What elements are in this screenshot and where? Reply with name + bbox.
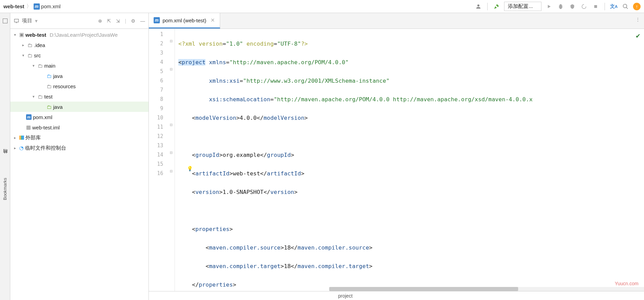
tree-label: .idea xyxy=(34,42,45,48)
maven-file-icon: m xyxy=(34,3,40,10)
editor: m pom.xml (web-test) ✕ ⋮ 1234 5678 91011… xyxy=(149,13,644,300)
intention-bulb-icon[interactable]: 💡 xyxy=(187,164,193,173)
folder-icon: 🗀 xyxy=(27,42,33,48)
iml-file-icon: ▦ xyxy=(26,124,31,130)
rail-bookmarks-tab[interactable]: Bookmarks xyxy=(2,178,8,200)
tree-label: java xyxy=(53,73,63,79)
tree-label: test xyxy=(44,94,52,100)
chevron-down-icon: ▾ xyxy=(12,33,18,37)
fold-close-icon[interactable]: ⊟ xyxy=(170,151,172,154)
tree-label: main xyxy=(44,63,56,69)
chevron-right-icon: ▸ xyxy=(12,136,18,140)
tree-java[interactable]: 🗀 java xyxy=(10,71,148,81)
tab-pom[interactable]: m pom.xml (web-test) ✕ xyxy=(149,13,220,28)
project-sidebar: 项目 ▾ ⊕ ⇱ ⇲ | ⚙ — ▾ ▣ web-test D:\JavaLea xyxy=(10,13,149,300)
run-icon[interactable] xyxy=(545,2,553,11)
collapse-icon[interactable]: ⇲ xyxy=(116,18,120,24)
fold-open-icon[interactable]: ⊟ xyxy=(170,39,172,43)
svg-rect-0 xyxy=(594,5,597,8)
fold-close-icon[interactable]: ⊟ xyxy=(170,169,172,173)
gutter: 1234 5678 9101112 13141516 xyxy=(149,29,169,291)
chevron-right-icon: ▸ xyxy=(21,43,26,47)
tree-pom[interactable]: m pom.xml xyxy=(10,112,148,122)
project-tree[interactable]: ▾ ▣ web-test D:\JavaLearn\Project\JavaWe… xyxy=(10,29,148,300)
sidebar-title-label: 项目 xyxy=(22,18,32,24)
tree-test[interactable]: ▾ 🗀 test xyxy=(10,91,148,102)
tree-label: pom.xml xyxy=(33,114,52,120)
run-config-select[interactable]: 添加配置... xyxy=(504,2,541,11)
tab-label: pom.xml (web-test) xyxy=(163,18,206,23)
tab-bar: m pom.xml (web-test) ✕ ⋮ xyxy=(149,13,644,29)
tree-src[interactable]: ▾ 🗀 src xyxy=(10,50,148,60)
tree-external-libraries[interactable]: ▸ 外部库 xyxy=(10,132,148,143)
left-rail: 项目 结构 Bookmarks xyxy=(0,13,10,300)
breadcrumb-file[interactable]: m pom.xml xyxy=(34,3,61,10)
tree-root[interactable]: ▾ ▣ web-test D:\JavaLearn\Project\JavaWe xyxy=(10,30,148,40)
tree-label: 临时文件和控制台 xyxy=(25,145,66,151)
tree-main[interactable]: ▾ 🗀 main xyxy=(10,60,148,71)
breadcrumb-file-label: pom.xml xyxy=(41,3,61,9)
tree-label: resources xyxy=(53,83,76,89)
resource-folder-icon: 🗀 xyxy=(47,83,52,89)
stop-icon[interactable] xyxy=(592,2,600,11)
editor-breadcrumb[interactable]: project xyxy=(149,291,644,300)
sidebar-title[interactable]: 项目 ▾ xyxy=(14,18,38,24)
horizontal-scrollbar[interactable] xyxy=(329,287,644,291)
tree-idea[interactable]: ▸ 🗀 .idea xyxy=(10,40,148,50)
chevron-down-icon: ▾ xyxy=(31,94,36,99)
sidebar-tools: ⊕ ⇱ ⇲ | ⚙ — xyxy=(98,18,145,24)
translate-icon[interactable]: 文A xyxy=(610,2,618,11)
tree-label: web-test.iml xyxy=(32,125,60,130)
close-icon[interactable]: ✕ xyxy=(211,17,215,23)
folder-icon: 🗀 xyxy=(38,63,43,69)
debug-icon[interactable] xyxy=(557,2,565,11)
locate-icon[interactable]: ⊕ xyxy=(98,18,102,24)
tree-path: D:\JavaLearn\Project\JavaWe xyxy=(50,32,118,38)
breadcrumb-project[interactable]: web-test xyxy=(3,3,24,9)
chevron-right-icon: ▸ xyxy=(12,146,18,150)
user-icon[interactable] xyxy=(474,2,482,11)
profile-icon[interactable] xyxy=(580,2,588,11)
analysis-ok-icon[interactable]: ✔ xyxy=(635,32,641,40)
svg-rect-1 xyxy=(14,19,19,22)
module-icon: ▣ xyxy=(19,32,24,38)
test-folder-icon: 🗀 xyxy=(47,104,52,110)
scratch-icon: ◔ xyxy=(19,145,24,151)
watermark: Yuucn.com xyxy=(615,281,639,286)
tree-test-java[interactable]: 🗀 java xyxy=(10,102,148,112)
coverage-icon[interactable] xyxy=(568,2,576,11)
expand-icon[interactable]: ⇱ xyxy=(107,18,111,24)
main-toolbar: web-test 〉 m pom.xml 添加配置... 文A ↑ xyxy=(0,0,644,13)
hide-icon[interactable]: — xyxy=(140,18,145,24)
tree-iml[interactable]: ▦ web-test.iml xyxy=(10,122,148,132)
toolbar-separator: | xyxy=(125,18,126,24)
editor-body[interactable]: 1234 5678 9101112 13141516 ⊟ ⊟ ⊟ ⊟ ⊟ <?x… xyxy=(149,29,644,291)
gear-icon[interactable]: ⚙ xyxy=(131,18,135,24)
code-area[interactable]: <?xml version="1.0" encoding="UTF-8"?> <… xyxy=(178,29,644,291)
tab-menu-icon[interactable]: ⋮ xyxy=(636,17,640,22)
tree-label: web-test xyxy=(25,32,46,38)
tree-label: 外部库 xyxy=(25,135,41,141)
tree-label: src xyxy=(34,53,41,58)
chevron-down-icon: ▾ xyxy=(21,53,26,58)
fold-open-icon[interactable]: ⊟ xyxy=(170,123,172,127)
toolbar-separator xyxy=(605,3,605,10)
toolbar-separator xyxy=(487,3,488,10)
toolbar-right: 添加配置... 文A ↑ xyxy=(474,2,641,11)
screen-icon xyxy=(14,18,19,24)
tree-resources[interactable]: 🗀 resources xyxy=(10,81,148,91)
tree-scratches[interactable]: ▸ ◔ 临时文件和控制台 xyxy=(10,143,148,153)
fold-open-icon[interactable]: ⊟ xyxy=(170,67,172,71)
library-icon xyxy=(19,136,24,140)
chevron-down-icon: ▾ xyxy=(31,64,36,68)
folder-icon: 🗀 xyxy=(38,94,43,100)
rail-project-tab[interactable]: 项目 xyxy=(2,16,8,23)
breadcrumb-separator-icon: 〉 xyxy=(26,3,32,10)
folder-icon: 🗀 xyxy=(27,53,33,58)
scrollbar-thumb[interactable] xyxy=(329,287,518,291)
fold-gutter: ⊟ ⊟ ⊟ ⊟ ⊟ xyxy=(169,29,175,291)
update-badge-icon[interactable]: ↑ xyxy=(633,3,641,10)
maven-file-icon: m xyxy=(26,114,32,120)
build-icon[interactable] xyxy=(492,2,501,11)
search-icon[interactable] xyxy=(621,2,630,11)
